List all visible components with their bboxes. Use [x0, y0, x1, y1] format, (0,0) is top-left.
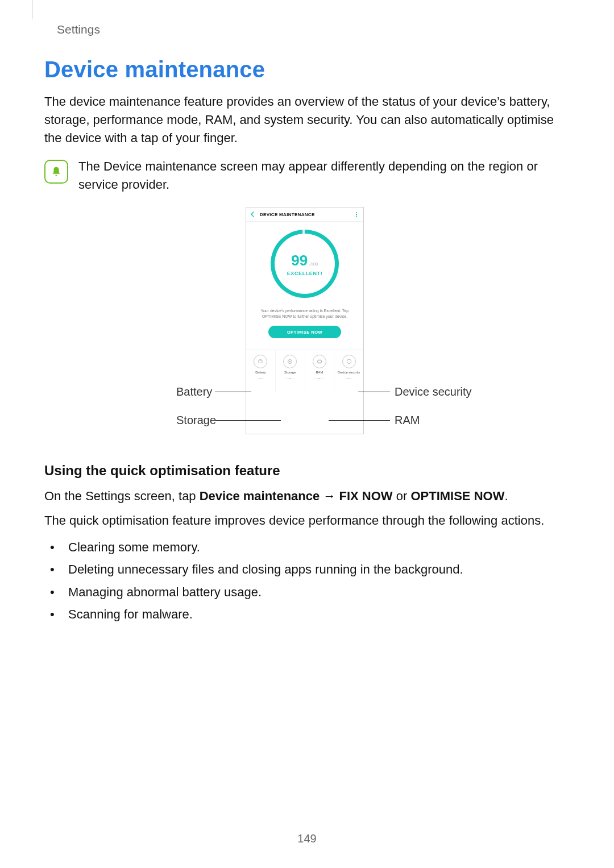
sub-p2: The quick optimisation feature improves … [44, 511, 570, 530]
tile-security[interactable]: Device security ━━━ [334, 350, 363, 392]
sub-p1e: . [504, 489, 508, 503]
phone-header: DEVICE MAINTENANCE [246, 207, 363, 222]
callout-line-battery [215, 392, 251, 392]
battery-icon [254, 355, 267, 368]
tile-ram-sub: ──━── [314, 377, 325, 380]
callout-line-storage [215, 420, 281, 421]
svg-rect-4 [317, 360, 321, 363]
bullet-list: Clearing some memory. Deleting unnecessa… [44, 536, 570, 626]
sub-p1d: OPTIMISE NOW [410, 489, 504, 503]
sub-p1arrow: → [320, 489, 339, 503]
overflow-menu-icon[interactable] [353, 211, 360, 218]
note-row: The Device maintenance screen may appear… [44, 157, 570, 194]
callout-line-ram [329, 420, 390, 421]
phone-tiles: Battery ━━━ Storage ──━── [246, 350, 363, 392]
svg-rect-1 [260, 359, 261, 360]
score-rating: EXCELLENT! [287, 271, 323, 276]
callout-line-security [358, 392, 390, 392]
figure: DEVICE MAINTENANCE 99 /100 EXCELLENT! [44, 207, 570, 446]
header-rule [32, 0, 32, 19]
ram-icon [313, 355, 326, 368]
svg-point-2 [288, 360, 292, 364]
callout-battery: Battery [176, 385, 212, 398]
callout-security: Device security [395, 385, 472, 398]
tile-battery[interactable]: Battery ━━━ [246, 350, 275, 392]
tile-security-sub: ━━━ [346, 377, 351, 380]
tile-storage[interactable]: Storage ──━── [275, 350, 305, 392]
list-item: Managing abnormal battery usage. [65, 581, 570, 604]
list-item: Deleting unnecessary files and closing a… [65, 558, 570, 581]
tile-storage-sub: ──━── [285, 377, 295, 380]
svg-point-3 [289, 361, 291, 362]
score-gauge: 99 /100 EXCELLENT! [271, 230, 339, 298]
callout-storage: Storage [176, 414, 216, 427]
score-value: 99 [291, 252, 308, 269]
tile-ram-label: RAM [316, 371, 323, 374]
sub-heading: Using the quick optimisation feature [44, 463, 570, 479]
shield-icon [342, 355, 356, 368]
sub-p1a: On the Settings screen, tap [44, 489, 200, 503]
phone-desc: Your device's performance rating is Exce… [246, 308, 363, 319]
list-item: Clearing some memory. [65, 536, 570, 559]
callout-ram: RAM [395, 414, 420, 427]
note-bell-icon [44, 160, 68, 184]
sub-p1: On the Settings screen, tap Device maint… [44, 487, 570, 506]
score-outof: /100 [309, 261, 318, 267]
phone-screenshot: DEVICE MAINTENANCE 99 /100 EXCELLENT! [246, 207, 364, 434]
section-label: Settings [57, 23, 100, 36]
storage-icon [283, 355, 297, 368]
svg-rect-0 [259, 360, 262, 363]
note-text: The Device maintenance screen may appear… [78, 157, 570, 194]
list-item: Scanning for malware. [65, 603, 570, 626]
page-number: 149 [0, 832, 614, 845]
sub-p1or: or [393, 489, 411, 503]
back-icon[interactable] [250, 209, 258, 219]
sub-p1c: FIX NOW [339, 489, 393, 503]
content: Device maintenance The device maintenanc… [44, 57, 570, 626]
tile-ram[interactable]: RAM ──━── [305, 350, 334, 392]
gauge-area: 99 /100 EXCELLENT! Your device's perform… [246, 222, 363, 343]
phone-title: DEVICE MAINTENANCE [260, 212, 315, 217]
tile-battery-sub: ━━━ [258, 377, 263, 380]
optimise-now-button[interactable]: OPTIMISE NOW [268, 326, 341, 338]
tile-storage-label: Storage [284, 371, 296, 374]
tile-security-label: Device security [338, 371, 360, 374]
intro-paragraph: The device maintenance feature provides … [44, 93, 570, 147]
sub-p1b: Device maintenance [200, 489, 320, 503]
tile-battery-label: Battery [255, 371, 265, 374]
page-title: Device maintenance [44, 57, 570, 82]
